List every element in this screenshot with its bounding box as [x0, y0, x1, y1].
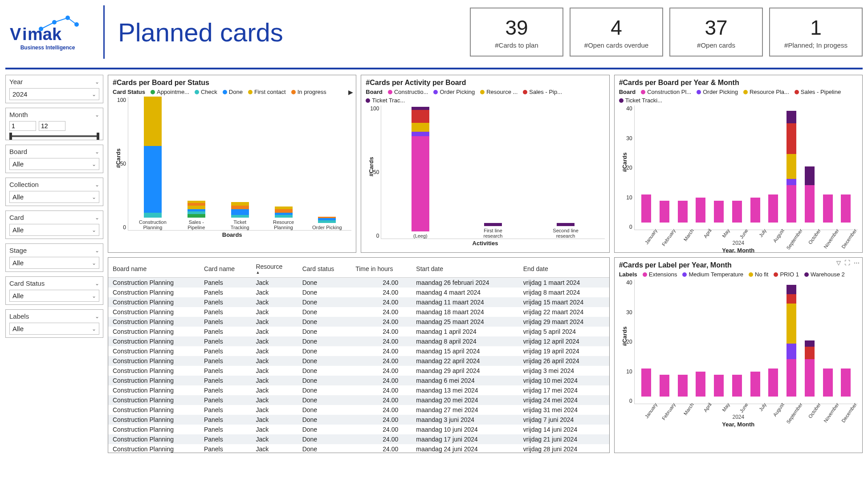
chart-cards-per-activity-per-board[interactable]: #Cards per Activity per Board BoardConst… — [361, 75, 609, 253]
bar-segment[interactable] — [750, 198, 760, 223]
bar-segment[interactable] — [275, 215, 293, 217]
table-row[interactable]: Construction PlanningPanelsJackDone24.00… — [108, 297, 609, 307]
bar-segment[interactable] — [660, 201, 669, 223]
legend-item[interactable]: Ticket Tracki... — [619, 97, 662, 104]
table-row[interactable]: Construction PlanningPanelsJackDone24.00… — [108, 336, 609, 346]
bar-segment[interactable] — [805, 185, 815, 223]
bar-segment[interactable] — [786, 123, 796, 154]
bar-stack[interactable] — [557, 223, 575, 226]
chart-cards-per-label-per-year-month[interactable]: ▽ ⛶ ⋯ #Cards per Label per Year, Month L… — [614, 257, 863, 453]
bar-segment[interactable] — [231, 202, 249, 206]
bar-segment[interactable] — [412, 132, 429, 137]
bar-segment[interactable] — [805, 166, 815, 185]
bar-segment[interactable] — [187, 206, 205, 209]
bar-stack[interactable] — [318, 217, 336, 223]
bar-segment[interactable] — [412, 123, 429, 131]
legend-item[interactable]: Resource ... — [480, 89, 518, 95]
scrollbar-thumb[interactable] — [609, 289, 610, 352]
bar-segment[interactable] — [841, 201, 851, 223]
table-row[interactable]: Construction PlanningPanelsJackDone24.00… — [108, 278, 609, 288]
table-row[interactable]: Construction PlanningPanelsJackDone24.00… — [108, 288, 609, 297]
table-row[interactable]: Construction PlanningPanelsJackDone24.00… — [108, 366, 609, 376]
table-row[interactable]: Construction PlanningPanelsJackDone24.00… — [108, 307, 609, 317]
table-scrollbar[interactable] — [609, 289, 610, 448]
bar-segment[interactable] — [786, 344, 796, 359]
bar-segment[interactable] — [823, 369, 833, 397]
more-options-icon[interactable]: ⋯ — [854, 259, 860, 266]
filter-board-select[interactable]: Alle⌄ — [9, 158, 99, 170]
bar-stack[interactable] — [187, 201, 205, 218]
legend-item[interactable]: In progress — [291, 89, 326, 95]
kpi-card-1[interactable]: 4 #Open cards overdue — [570, 8, 663, 57]
bar-segment[interactable] — [412, 110, 429, 123]
table-row[interactable]: Construction PlanningPanelsJackDone24.00… — [108, 405, 609, 415]
bar-segment[interactable] — [714, 375, 724, 397]
bar-stack[interactable] — [768, 194, 778, 223]
bar-segment[interactable] — [786, 304, 796, 344]
bar-segment[interactable] — [714, 201, 724, 223]
legend-item[interactable]: Sales - Pipeline — [795, 89, 841, 95]
bar-segment[interactable] — [231, 206, 249, 209]
filter-card-header[interactable]: Card⌄ — [9, 214, 99, 221]
legend-item[interactable]: Sales - Pip... — [523, 89, 562, 95]
bar-segment[interactable] — [187, 214, 205, 218]
bar-segment[interactable] — [768, 194, 778, 223]
table-header[interactable]: End date — [519, 260, 609, 278]
table-header[interactable]: Card name — [200, 260, 252, 278]
bar-area[interactable]: January February March April May June Ju… — [634, 105, 858, 230]
bar-stack[interactable] — [805, 166, 815, 223]
kpi-card-3[interactable]: 1 #Planned; In progess — [769, 8, 863, 57]
chart-cards-per-board-per-status[interactable]: #Cards per Board per Status Card StatusA… — [108, 75, 356, 253]
bar-stack[interactable] — [732, 375, 742, 397]
bar-segment[interactable] — [641, 369, 651, 397]
filter-collection-header[interactable]: Collection⌄ — [9, 181, 99, 188]
legend-item[interactable]: Appointme... — [151, 89, 189, 95]
filter-card-select[interactable]: Alle⌄ — [9, 224, 99, 236]
filter-cardstatus-header[interactable]: Card Status⌄ — [9, 279, 99, 287]
filter-labels-select[interactable]: Alle⌄ — [9, 323, 99, 335]
bar-segment[interactable] — [144, 213, 162, 218]
bar-stack[interactable] — [805, 340, 815, 397]
table-row[interactable]: Construction PlanningPanelsJackDone24.00… — [108, 434, 609, 444]
bar-segment[interactable] — [660, 375, 669, 397]
bar-segment[interactable] — [641, 194, 651, 223]
bar-segment[interactable] — [678, 201, 688, 223]
bar-stack[interactable] — [641, 369, 651, 397]
bar-stack[interactable] — [823, 194, 833, 223]
table-header[interactable]: Resource▲ — [251, 260, 297, 278]
table-row[interactable]: Construction PlanningPanelsJackDone24.00… — [108, 346, 609, 356]
bar-stack[interactable] — [641, 194, 651, 223]
legend-item[interactable]: Order Picking — [697, 89, 738, 95]
table-row[interactable]: Construction PlanningPanelsJackDone24.00… — [108, 356, 609, 366]
legend-item[interactable]: Check — [195, 89, 217, 95]
bar-stack[interactable] — [823, 369, 833, 397]
table-row[interactable]: Construction PlanningPanelsJackDone24.00… — [108, 376, 609, 385]
bar-segment[interactable] — [231, 215, 249, 217]
bar-segment[interactable] — [318, 220, 336, 223]
bar-stack[interactable] — [714, 201, 724, 223]
legend-item[interactable]: Resource Pla... — [743, 89, 789, 95]
bar-segment[interactable] — [786, 111, 796, 123]
bar-segment[interactable] — [805, 359, 815, 397]
legend-item[interactable]: No fit — [749, 271, 768, 278]
table-row[interactable]: Construction PlanningPanelsJackDone24.00… — [108, 395, 609, 405]
legend-item[interactable]: Warehouse 2 — [804, 271, 845, 278]
filter-stage-header[interactable]: Stage⌄ — [9, 247, 99, 254]
bar-segment[interactable] — [275, 209, 293, 213]
filter-board-header[interactable]: Board⌄ — [9, 148, 99, 155]
bar-segment[interactable] — [768, 369, 778, 397]
bar-segment[interactable] — [786, 185, 796, 223]
bar-segment[interactable] — [484, 223, 502, 226]
kpi-card-2[interactable]: 37 #Open cards — [669, 8, 763, 57]
legend-item[interactable]: Constructio... — [388, 89, 428, 95]
table-row[interactable]: Construction PlanningPanelsJackDone24.00… — [108, 444, 609, 453]
table-row[interactable]: Construction PlanningPanelsJackDone24.00… — [108, 327, 609, 336]
bar-segment[interactable] — [786, 179, 796, 185]
legend-item[interactable]: Ticket Trac... — [366, 97, 405, 104]
bar-stack[interactable] — [714, 375, 724, 397]
legend-item[interactable]: PRIO 1 — [774, 271, 799, 278]
bar-stack[interactable] — [144, 97, 162, 218]
bar-segment[interactable] — [412, 136, 429, 231]
legend-scroll-right-icon[interactable]: ▶ — [348, 89, 353, 96]
table-header[interactable]: Start date — [412, 260, 518, 278]
